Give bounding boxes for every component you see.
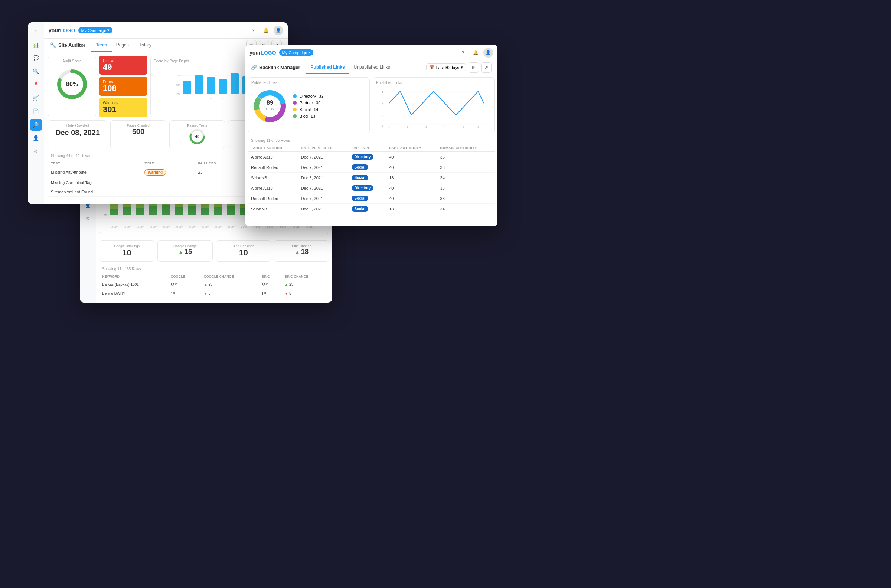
sidebar-location-icon[interactable]: 📍 xyxy=(30,79,42,91)
svg-text:4: 4 xyxy=(444,126,446,128)
sidebar-user-icon[interactable]: 👤 xyxy=(30,132,42,144)
bl-notification-icon[interactable]: 🔔 xyxy=(471,48,480,57)
sidebar-home-icon[interactable]: ⌂ xyxy=(30,25,42,37)
svg-text:20 Nov: 20 Nov xyxy=(162,226,169,228)
sidebar-search2-icon[interactable]: 🔍 xyxy=(30,65,42,77)
bl-user-avatar[interactable]: 👤 xyxy=(483,48,493,57)
bl-help-icon[interactable]: ? xyxy=(458,48,468,57)
svg-text:40: 40 xyxy=(195,134,200,139)
svg-rect-9 xyxy=(195,75,203,94)
svg-text:5: 5 xyxy=(463,126,464,128)
svg-text:22 Nov: 22 Nov xyxy=(175,226,182,228)
tab-tests[interactable]: Tests xyxy=(92,39,111,52)
bing-rankings-box: Bing Rankings 10 xyxy=(216,240,271,262)
table-row: Renault Rodeo Dec 7, 2021 Social 40 38 xyxy=(248,194,495,204)
bl-share-btn[interactable]: ↗ xyxy=(481,62,492,73)
svg-rect-57 xyxy=(175,207,183,214)
tab-history[interactable]: History xyxy=(133,39,156,52)
svg-text:6: 6 xyxy=(477,126,479,128)
backlink-campaign-badge[interactable]: My Campaign ▾ xyxy=(279,50,314,56)
auditor-campaign-badge[interactable]: My Campaign ▾ xyxy=(78,27,113,33)
backlink-topbar: yourLOGO My Campaign ▾ ? 🔔 👤 xyxy=(245,45,498,61)
table-row: Barkas (Барkas) 1001 86th ▲ 23 86th ▲ 23 xyxy=(99,280,329,289)
svg-rect-11 xyxy=(219,79,227,94)
tab-pages[interactable]: Pages xyxy=(112,39,133,52)
bing-change-box: Bing Change ▲ 18 xyxy=(274,240,329,262)
bing-change-arrow: ▲ xyxy=(295,249,300,255)
svg-text:30 Nov: 30 Nov xyxy=(227,226,234,228)
audit-score-value: 80% xyxy=(66,81,78,88)
svg-text:2: 2 xyxy=(382,115,383,117)
sidebar-search-active-icon[interactable]: 🔎 xyxy=(30,119,42,130)
table-row: Beijing BWHY 1st ▼ 5 1st ▼ 5 xyxy=(99,289,329,298)
auditor-topbar: yourLOGO My Campaign ▾ ? 🔔 👤 xyxy=(44,22,288,39)
sidebar-settings-icon[interactable]: ⚙ xyxy=(30,146,42,158)
table-row: Scion xB Dec 5, 2021 Social 13 34 xyxy=(248,172,495,183)
backlink-donut: 89 Links xyxy=(251,88,288,125)
bl-line-chart-label: Published Links xyxy=(376,81,491,85)
sidebar-cart-icon[interactable]: 🛒 xyxy=(30,92,42,104)
backlink-table: TARGET ANCHOR DATE PUBLISHED LINK TYPE P… xyxy=(248,145,495,214)
table-row: Alpine A310 Dec 7, 2021 Directory 40 38 xyxy=(248,152,495,162)
rankings-rows-info: Showing 11 of 35 Rows xyxy=(99,265,329,273)
svg-text:4: 4 xyxy=(382,91,383,93)
tab-published-links[interactable]: Published Links xyxy=(306,61,350,74)
backlink-line-chart: 4 3 2 1 1 2 3 4 5 6 xyxy=(376,88,491,129)
bl-rows-info: Showing 11 of 35 Rows xyxy=(248,136,495,145)
svg-text:10 Nov: 10 Nov xyxy=(110,226,117,228)
svg-rect-12 xyxy=(231,74,239,94)
svg-rect-42 xyxy=(136,208,144,214)
help-icon[interactable]: ? xyxy=(248,26,258,35)
svg-text:89: 89 xyxy=(267,99,273,106)
backlink-panel: yourLOGO My Campaign ▾ ? 🔔 👤 🔗 Backlink … xyxy=(245,45,498,226)
legend-directory: Directory 32 xyxy=(293,94,323,98)
svg-rect-67 xyxy=(201,208,208,214)
svg-text:25: 25 xyxy=(104,213,107,217)
sidebar-analytics-icon[interactable]: 📊 xyxy=(30,39,42,51)
col-failures: FAILURES xyxy=(195,160,242,167)
svg-text:16 Nov: 16 Nov xyxy=(136,226,143,228)
bl-legend: Directory 32 Partner 30 Social 14 xyxy=(293,94,323,118)
svg-rect-37 xyxy=(123,207,130,214)
svg-text:3: 3 xyxy=(382,103,383,105)
errors-card: Errors 108 xyxy=(99,77,147,96)
svg-text:2: 2 xyxy=(198,97,200,100)
table-row: Renault Rodeo Dec 7, 2021 Social 40 38 xyxy=(248,162,495,172)
date-crawled-section: Date Crawled Dec 08, 2021 xyxy=(48,120,107,148)
svg-text:24 Nov: 24 Nov xyxy=(188,226,195,228)
svg-rect-10 xyxy=(207,77,215,94)
rankings-table: KEYWORD GOOGLE GOOGLE CHANGE BING BING C… xyxy=(99,273,329,300)
svg-text:3: 3 xyxy=(426,126,427,128)
svg-text:5: 5 xyxy=(234,97,236,100)
backlink-title: 🔗 Backlink Manager xyxy=(251,64,300,70)
legend-blog: Blog 13 xyxy=(293,114,323,118)
passed-tests-donut: 40 xyxy=(189,128,206,145)
sidebar-chat-icon[interactable]: 💬 xyxy=(30,52,42,64)
pages-crawled-box: Pages Crawled 500 xyxy=(110,120,166,148)
warnings-card: Warnings 301 xyxy=(99,98,147,117)
svg-text:4: 4 xyxy=(222,97,224,100)
svg-text:50: 50 xyxy=(176,83,180,87)
svg-rect-33 xyxy=(110,203,118,209)
sidebar-doc-icon[interactable]: 📄 xyxy=(30,105,42,117)
auditor-title: 🔧 Site Auditor xyxy=(50,42,86,48)
r-settings-icon[interactable]: ⚙ xyxy=(82,213,94,225)
google-change-box: Google Change ▲ 15 xyxy=(158,240,213,262)
svg-text:14 Nov: 14 Nov xyxy=(123,226,130,228)
tab-unpublished-links[interactable]: Unpublished Links xyxy=(350,61,394,74)
bl-grid-btn[interactable]: ⊞ xyxy=(468,62,479,73)
bl-date-range-picker[interactable]: 📅 Last 30 days ▾ xyxy=(426,63,466,71)
col-test: TEST xyxy=(48,160,141,167)
svg-rect-62 xyxy=(188,206,196,214)
svg-text:18 Nov: 18 Nov xyxy=(149,226,156,228)
passed-tests-box: Passed Tests 40 xyxy=(169,120,225,148)
svg-text:25: 25 xyxy=(176,92,180,96)
svg-rect-72 xyxy=(214,207,222,214)
bl-published-links-label: Published Links xyxy=(251,81,366,85)
svg-text:1: 1 xyxy=(186,97,188,100)
notification-icon[interactable]: 🔔 xyxy=(261,26,271,35)
table-row: Bentley Bentayga 44th ▲ 3 44th ▲ 3 xyxy=(99,298,329,300)
rankings-metrics: Google Rankings 10 Google Change ▲ 15 Bi… xyxy=(99,240,329,262)
svg-text:2: 2 xyxy=(407,126,408,128)
user-avatar[interactable]: 👤 xyxy=(274,26,283,35)
